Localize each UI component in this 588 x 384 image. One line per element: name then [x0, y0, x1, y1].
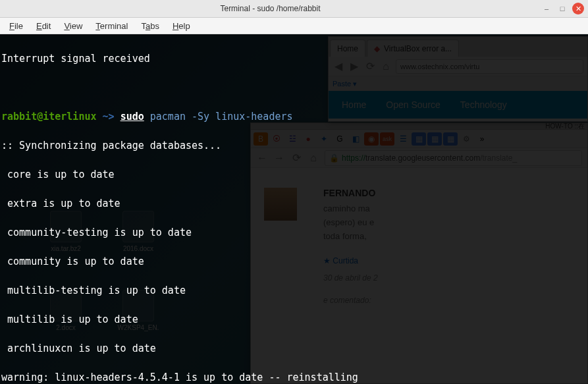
menubar[interactable]: File Edit View Terminal Tabs Help: [0, 18, 588, 34]
window-titlebar[interactable]: Terminal - sudo /home/rabbit – □ ✕: [0, 0, 588, 18]
menu-file[interactable]: File: [4, 20, 28, 32]
menu-view[interactable]: View: [59, 20, 88, 32]
window-title: Terminal - sudo /home/rabbit: [0, 4, 541, 13]
maximize-button[interactable]: □: [556, 3, 568, 14]
menu-edit[interactable]: Edit: [31, 20, 56, 32]
terminal-output[interactable]: Interrupt signal received rabbit@iterlin…: [0, 34, 588, 384]
minimize-button[interactable]: –: [541, 3, 552, 14]
menu-tabs[interactable]: Tabs: [136, 20, 164, 32]
menu-help[interactable]: Help: [167, 20, 196, 32]
close-button[interactable]: ✕: [572, 3, 584, 14]
menu-terminal[interactable]: Terminal: [90, 20, 133, 32]
